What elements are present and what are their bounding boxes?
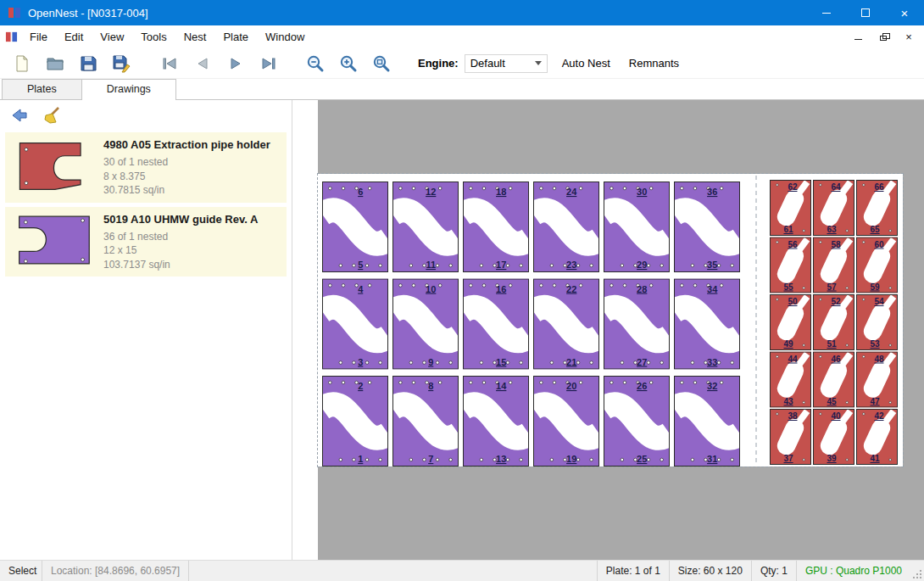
mdi-restore-button[interactable] bbox=[875, 29, 892, 46]
next-plate-button[interactable] bbox=[220, 51, 251, 76]
engine-selected-value: Default bbox=[470, 57, 505, 70]
part-number-label: 64 bbox=[831, 182, 841, 192]
nested-part-pair-37-38[interactable]: 3837 bbox=[770, 409, 811, 465]
nested-part-pair-55-56[interactable]: 5655 bbox=[770, 237, 811, 293]
nested-part-pair-31-32[interactable]: 3231 bbox=[674, 376, 740, 466]
nested-part-pair-51-52[interactable]: 5251 bbox=[813, 294, 854, 350]
part-number-label: 57 bbox=[827, 282, 837, 292]
nested-part-pair-47-48[interactable]: 4847 bbox=[856, 352, 898, 408]
nested-part-pair-1-2[interactable]: 21 bbox=[322, 376, 388, 466]
save-button[interactable] bbox=[73, 51, 103, 76]
nested-part-pair-23-24[interactable]: 2423 bbox=[533, 182, 599, 272]
plate-view[interactable]: 6512111817242330293635431091615222128273… bbox=[318, 174, 903, 466]
resize-grip[interactable] bbox=[910, 561, 924, 581]
menu-nest[interactable]: Nest bbox=[175, 26, 215, 47]
nested-part-pair-41-42[interactable]: 4241 bbox=[856, 409, 898, 465]
nested-part-pair-57-58[interactable]: 5857 bbox=[813, 237, 854, 293]
part-number-label: 36 bbox=[707, 187, 717, 197]
nested-part-pair-25-26[interactable]: 2625 bbox=[604, 376, 670, 466]
new-file-button[interactable] bbox=[7, 51, 37, 76]
nested-part-pair-49-50[interactable]: 5049 bbox=[770, 294, 811, 350]
tab-drawings[interactable]: Drawings bbox=[81, 79, 176, 100]
next-plate-icon bbox=[226, 54, 245, 73]
minimize-button[interactable] bbox=[807, 0, 846, 25]
menu-tools[interactable]: Tools bbox=[132, 26, 175, 47]
drawing-list-item[interactable]: 5019 A10 UHMW guide Rev. A36 of 1 nested… bbox=[5, 207, 287, 277]
close-icon: × bbox=[901, 6, 909, 20]
part-number-label: 6 bbox=[358, 187, 363, 197]
part-number-label: 55 bbox=[783, 282, 793, 292]
nested-part-pair-7-8[interactable]: 87 bbox=[392, 376, 459, 466]
drawing-nested-count: 30 of 1 nested bbox=[103, 155, 270, 170]
maximize-button[interactable] bbox=[846, 0, 885, 25]
open-file-button[interactable] bbox=[40, 51, 70, 76]
part-number-label: 4 bbox=[358, 284, 364, 294]
part-number-label: 56 bbox=[788, 240, 798, 249]
nested-part-pair-17-18[interactable]: 1817 bbox=[463, 182, 529, 272]
main-area: 4980 A05 Extraction pipe holder30 of 1 n… bbox=[0, 100, 924, 560]
part-number-label: 16 bbox=[496, 284, 506, 294]
part-number-label: 25 bbox=[637, 454, 647, 464]
menu-plate[interactable]: Plate bbox=[214, 26, 257, 47]
part-number-label: 40 bbox=[831, 411, 841, 421]
status-gpu: GPU : Quadro P1000 bbox=[796, 561, 910, 581]
engine-select[interactable]: Default bbox=[465, 54, 548, 73]
zoom-fit-button[interactable] bbox=[366, 51, 397, 76]
mdi-restore-icon bbox=[880, 36, 887, 41]
nested-part-pair-21-22[interactable]: 2221 bbox=[533, 279, 599, 370]
nest-canvas[interactable]: 6512111817242330293635431091615222128273… bbox=[292, 100, 924, 560]
clean-drawings-button[interactable] bbox=[39, 104, 64, 126]
new-file-icon bbox=[13, 54, 31, 73]
zoom-in-icon bbox=[339, 54, 358, 73]
tab-plates[interactable]: Plates bbox=[2, 79, 82, 99]
nested-part-pair-65-66[interactable]: 6665 bbox=[856, 180, 898, 236]
nested-part-pair-33-34[interactable]: 3433 bbox=[674, 279, 740, 370]
menu-window[interactable]: Window bbox=[257, 26, 313, 47]
mdi-minimize-button[interactable] bbox=[849, 29, 866, 46]
nested-part-pair-11-12[interactable]: 1211 bbox=[392, 182, 459, 272]
part-number-label: 18 bbox=[496, 187, 506, 197]
part-number-label: 1 bbox=[358, 454, 363, 464]
mdi-close-button[interactable]: × bbox=[900, 29, 917, 46]
flip-part-button[interactable] bbox=[7, 104, 32, 126]
previous-plate-button[interactable] bbox=[187, 51, 218, 76]
nested-part-pair-35-36[interactable]: 3635 bbox=[674, 182, 740, 272]
save-as-button[interactable] bbox=[106, 51, 136, 76]
nested-part-pair-39-40[interactable]: 4039 bbox=[813, 409, 854, 465]
zoom-toolbar-group bbox=[300, 51, 399, 76]
part-number-label: 31 bbox=[707, 454, 717, 464]
auto-nest-button[interactable]: Auto Nest bbox=[553, 53, 620, 75]
nested-part-pair-53-54[interactable]: 5453 bbox=[856, 294, 898, 350]
last-plate-button[interactable] bbox=[253, 51, 284, 76]
file-toolbar-group bbox=[7, 51, 139, 76]
close-button[interactable]: × bbox=[885, 0, 924, 25]
nested-part-pair-15-16[interactable]: 1615 bbox=[463, 279, 529, 370]
part-number-label: 34 bbox=[707, 284, 718, 294]
nested-part-pair-29-30[interactable]: 3029 bbox=[604, 182, 670, 272]
nested-part-pair-45-46[interactable]: 4645 bbox=[813, 352, 854, 408]
part-number-label: 52 bbox=[831, 297, 841, 306]
status-qty: Qty: 1 bbox=[751, 561, 796, 581]
menu-file[interactable]: File bbox=[21, 26, 56, 47]
drawing-list-item[interactable]: 4980 A05 Extraction pipe holder30 of 1 n… bbox=[5, 132, 287, 203]
zoom-in-button[interactable] bbox=[333, 51, 364, 76]
nested-part-pair-9-10[interactable]: 109 bbox=[392, 279, 459, 370]
part-number-label: 24 bbox=[566, 187, 577, 197]
nested-part-pair-63-64[interactable]: 6463 bbox=[813, 180, 854, 236]
nested-part-pair-43-44[interactable]: 4443 bbox=[770, 352, 811, 408]
nested-part-pair-13-14[interactable]: 1413 bbox=[463, 376, 529, 466]
nested-part-pair-19-20[interactable]: 2019 bbox=[533, 376, 599, 466]
part-number-label: 7 bbox=[428, 454, 433, 464]
menu-view[interactable]: View bbox=[92, 26, 132, 47]
nested-part-pair-27-28[interactable]: 2827 bbox=[604, 279, 670, 370]
remnants-button[interactable]: Remnants bbox=[620, 53, 688, 75]
nested-part-pair-3-4[interactable]: 43 bbox=[322, 279, 388, 370]
nested-part-pair-61-62[interactable]: 6261 bbox=[770, 180, 811, 236]
zoom-out-button[interactable] bbox=[300, 51, 331, 76]
nested-part-pair-5-6[interactable]: 65 bbox=[322, 182, 388, 272]
app-icon bbox=[8, 6, 21, 20]
first-plate-button[interactable] bbox=[154, 51, 185, 76]
menu-edit[interactable]: Edit bbox=[56, 26, 92, 47]
nested-part-pair-59-60[interactable]: 6059 bbox=[856, 237, 898, 293]
part-number-label: 63 bbox=[827, 225, 837, 234]
